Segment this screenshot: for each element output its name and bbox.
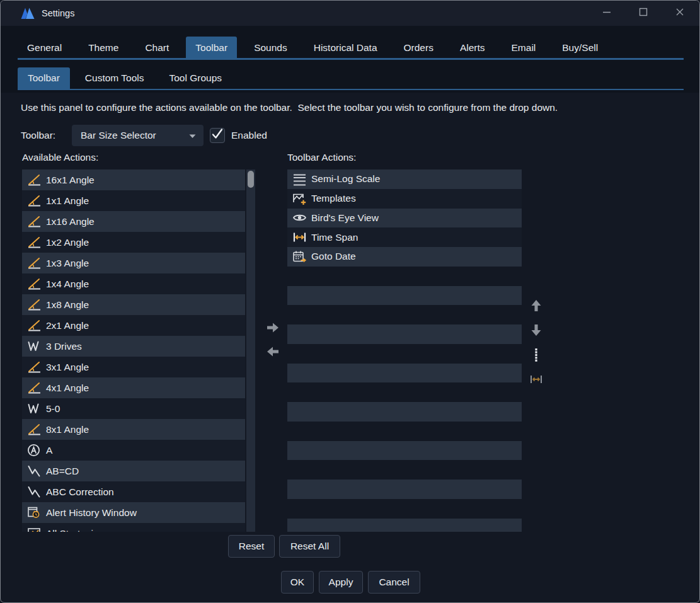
minimize-icon (602, 8, 611, 19)
available-item[interactable]: 3 Drives (22, 336, 245, 357)
close-button[interactable] (672, 5, 688, 21)
tab-general[interactable]: General (18, 37, 71, 59)
toolbar-empty-slot (287, 519, 522, 532)
available-item[interactable]: 1x1 Angle (22, 190, 245, 211)
toolbar-item[interactable]: Bird's Eye View (287, 209, 522, 228)
enabled-checkbox[interactable] (210, 128, 225, 143)
tab-sounds[interactable]: Sounds (244, 37, 297, 59)
available-item[interactable]: 2x1 Angle (22, 315, 245, 336)
time-span-icon (292, 230, 307, 244)
minimize-button[interactable] (599, 5, 615, 21)
toolbar-empty-slot (287, 480, 522, 499)
toolbar-empty-slot (287, 402, 522, 422)
available-item[interactable]: 3x1 Angle (22, 357, 245, 377)
side-buttons (528, 299, 544, 389)
action-label: Goto Date (311, 251, 356, 262)
available-item[interactable]: 1x16 Angle (22, 211, 245, 232)
available-item[interactable]: 5-0 (22, 398, 245, 419)
action-label: 1x3 Angle (46, 258, 89, 269)
zigzag-w-icon (26, 401, 42, 416)
available-item[interactable]: 1x3 Angle (22, 253, 245, 273)
reset-button[interactable]: Reset (228, 535, 275, 558)
available-item[interactable]: 4x1 Angle (22, 377, 245, 398)
toolbar-empty-slot (287, 441, 522, 461)
caret-down-icon (189, 130, 196, 141)
tab-buy-sell[interactable]: Buy/Sell (553, 37, 607, 59)
action-label: Semi-Log Scale (311, 173, 380, 185)
apply-button[interactable]: Apply (319, 571, 363, 594)
maximize-button[interactable] (635, 5, 651, 21)
subtab-custom-tools[interactable]: Custom Tools (75, 67, 154, 89)
add-separator-button[interactable] (528, 348, 544, 364)
toolbar-empty-slot (287, 286, 522, 306)
available-actions-list[interactable]: 16x1 Angle1x1 Angle1x16 Angle1x2 Angle1x… (22, 169, 245, 532)
cancel-button[interactable]: Cancel (368, 571, 420, 594)
action-label: 2x1 Angle (46, 320, 89, 331)
action-label: All Strategies (46, 528, 103, 532)
action-label: 1x4 Angle (46, 279, 89, 290)
available-item[interactable]: 16x1 Angle (22, 169, 245, 190)
action-label: Time Span (311, 232, 358, 243)
arrow-left-icon (265, 343, 281, 362)
tab-email[interactable]: Email (502, 37, 546, 59)
toolbar-empty-slot (287, 382, 522, 402)
tab-bar: GeneralThemeChartToolbarSoundsHistorical… (18, 37, 607, 59)
angle-icon (26, 214, 42, 229)
toolbar-item[interactable]: Semi-Log Scale (287, 169, 522, 189)
move-up-button[interactable] (528, 299, 544, 315)
move-down-button[interactable] (528, 323, 544, 340)
available-item[interactable]: A (22, 440, 245, 461)
toolbar-empty-slot (287, 422, 522, 441)
available-item[interactable]: Alert History Window (22, 502, 245, 523)
available-item[interactable]: 1x4 Angle (22, 273, 245, 294)
add-spacer-button[interactable] (528, 372, 544, 389)
toolbar-empty-slot (287, 305, 522, 324)
remove-from-toolbar-button[interactable] (265, 345, 281, 361)
subtab-tool-groups[interactable]: Tool Groups (159, 67, 232, 89)
ok-button[interactable]: OK (281, 571, 314, 594)
toolbar-actions-list[interactable]: Semi-Log ScaleTemplatesBird's Eye ViewTi… (287, 169, 522, 532)
available-item[interactable]: 8x1 Angle (22, 419, 245, 440)
subtab-toolbar[interactable]: Toolbar (18, 67, 70, 89)
tab-orders[interactable]: Orders (394, 37, 443, 59)
tab-theme[interactable]: Theme (79, 37, 128, 59)
available-item[interactable]: ABC Correction (22, 481, 245, 502)
tab-alerts[interactable]: Alerts (450, 37, 495, 59)
semi-log-icon (292, 172, 307, 187)
available-item[interactable]: 1x8 Angle (22, 294, 245, 315)
subtab-underline (18, 89, 684, 91)
toolbar-item[interactable]: Goto Date (287, 247, 522, 267)
toolbar-dropdown[interactable]: Bar Size Selector (72, 125, 204, 146)
toolbar-empty-slot (287, 267, 522, 286)
toolbar-item[interactable]: Time Span (287, 227, 522, 247)
angle-icon (26, 422, 42, 437)
spacer-icon (529, 372, 544, 389)
toolbar-actions-label: Toolbar Actions: (287, 152, 356, 163)
toolbar-dropdown-value: Bar Size Selector (81, 130, 156, 141)
arrow-up-icon (529, 298, 544, 316)
zigzag-abcd-icon (26, 464, 42, 478)
add-to-toolbar-button[interactable] (265, 321, 281, 337)
enabled-label: Enabled (231, 125, 267, 146)
angle-icon (26, 235, 42, 250)
tab-historical-data[interactable]: Historical Data (304, 37, 387, 59)
title-bar: Settings (1, 1, 699, 26)
available-actions-label: Available Actions: (22, 152, 98, 163)
action-label: 3x1 Angle (46, 362, 89, 373)
action-label: Alert History Window (46, 507, 137, 519)
action-label: 1x1 Angle (46, 195, 89, 207)
scrollbar-thumb[interactable] (248, 171, 254, 188)
scrollbar[interactable] (246, 169, 255, 532)
alert-history-icon (26, 505, 42, 520)
reset-all-button[interactable]: Reset All (279, 535, 340, 558)
available-item[interactable]: 1x2 Angle (22, 232, 245, 253)
subtab-bar: ToolbarCustom ToolsTool Groups (18, 67, 232, 89)
calendar-goto-icon (292, 250, 307, 264)
tab-chart[interactable]: Chart (135, 37, 178, 59)
tab-toolbar[interactable]: Toolbar (186, 37, 237, 59)
action-label: A (46, 445, 52, 456)
toolbar-empty-slot (287, 324, 522, 344)
toolbar-item[interactable]: Templates (287, 189, 522, 209)
available-item[interactable]: All Strategies (22, 523, 245, 532)
available-item[interactable]: AB=CD (22, 461, 245, 481)
